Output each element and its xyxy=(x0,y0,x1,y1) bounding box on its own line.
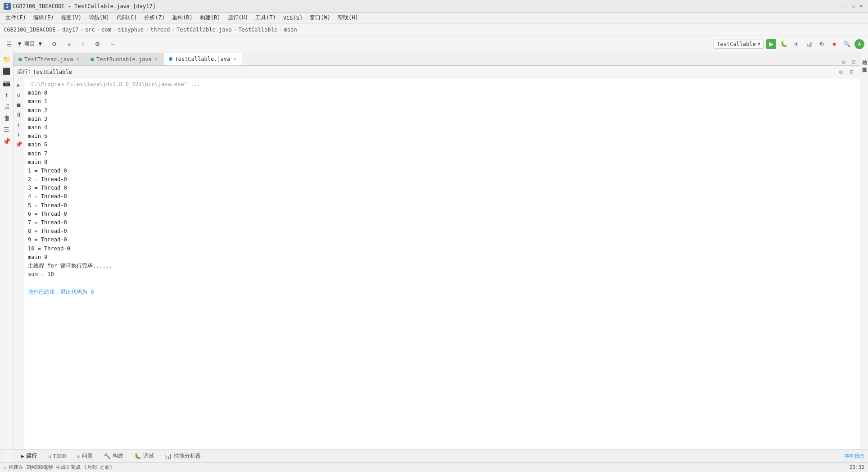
toolbar-settings-icon[interactable]: ⚙ xyxy=(48,40,60,49)
menu-navigate[interactable]: 导航(N) xyxy=(85,13,113,23)
console-area: "C:\Program Files\Java\jdk1.8.0_221\bin\… xyxy=(24,78,860,449)
sidebar-icon-4[interactable]: ↑ xyxy=(1,89,12,100)
menu-help[interactable]: 帮助(H) xyxy=(334,13,362,23)
user-avatar[interactable]: A xyxy=(854,39,864,49)
breadcrumb-class[interactable]: TestCallable xyxy=(238,27,277,33)
bottom-tab-debug[interactable]: 🐛 调试 xyxy=(132,451,156,461)
breadcrumb-thread[interactable]: thread xyxy=(150,27,170,33)
menu-view[interactable]: 视图(V) xyxy=(57,13,85,23)
debug-button[interactable]: 🐛 xyxy=(779,39,789,49)
menu-file[interactable]: 文件(F) xyxy=(2,13,30,23)
toolbar-align-icon[interactable]: ≡ xyxy=(64,40,74,49)
play-button[interactable]: ▶ xyxy=(14,80,23,89)
tab-close-testcallable[interactable]: ✕ xyxy=(232,56,237,63)
run-area: ▶ ↺ ■ ⏸ ↓ ↕ 📌 "C:\Program Files\Java\jdk… xyxy=(14,78,860,449)
search-icon-button[interactable]: 🔍 xyxy=(842,39,852,49)
menu-edit[interactable]: 编辑(E) xyxy=(30,13,58,23)
scroll-to-end-button[interactable]: ↕ xyxy=(14,130,23,139)
far-right-panel: 结构 收藏夹 xyxy=(860,52,868,449)
maximize-button[interactable]: □ xyxy=(850,3,856,9)
sync-button[interactable]: ↻ xyxy=(817,39,827,49)
sidebar-icon-8[interactable]: 📌 xyxy=(1,136,12,147)
tab-close-testrunnable[interactable]: ✕ xyxy=(154,56,159,63)
breadcrumb-project[interactable]: CGB2106_IDEACODE xyxy=(4,27,56,33)
bottom-tab-problems[interactable]: ⚠ 问题 xyxy=(75,451,95,461)
toolbar-sort-icon[interactable]: ↕ xyxy=(78,40,88,49)
action-toolbar: ☰ ▼ 项目 ▼ ⚙ ≡ ↕ ⚙ − TestCallable ▼ ▶ 🐛 ⛨ … xyxy=(0,36,868,52)
sidebar-icon-5[interactable]: 🖨 xyxy=(1,101,12,112)
bottom-left-area xyxy=(4,450,12,462)
console-line-blank xyxy=(28,279,856,287)
close-button[interactable]: ✕ xyxy=(858,3,864,9)
toolbar-minus-icon[interactable]: − xyxy=(107,40,118,49)
console-line-thread9: 9 = Thread-0 xyxy=(28,236,856,244)
minimize-button[interactable]: ─ xyxy=(842,3,848,9)
menu-analyze[interactable]: 分析(Z) xyxy=(140,13,168,23)
sidebar-icon-project[interactable]: ☰ xyxy=(4,39,14,50)
right-label-bookmarks[interactable]: 收藏夹 xyxy=(860,61,868,65)
tab-label-testrunnable: TestRunnable.java xyxy=(96,56,152,63)
title-bar: I CGB2106_IDEACODE - TestCallable.java [… xyxy=(0,0,868,13)
status-bar-left: ⚠ 构建在 2秒698毫秒 中成功完成 (片刻 之前) xyxy=(4,464,113,471)
status-bar: ⚠ 构建在 2秒698毫秒 中成功完成 (片刻 之前) 23:32 xyxy=(0,462,868,472)
pin-button[interactable]: 📌 xyxy=(14,140,23,149)
bottom-tab-todo[interactable]: ☑ TODO xyxy=(46,452,68,460)
breadcrumb-method[interactable]: main xyxy=(284,27,297,33)
sidebar-icon-7[interactable]: ☰ xyxy=(1,124,12,135)
build-tab-label: 构建 xyxy=(113,452,123,460)
tab-testcallable[interactable]: TestCallable.java ✕ xyxy=(164,53,242,65)
sidebar-icon-1[interactable]: 📁 xyxy=(1,54,12,65)
run-config-dropdown[interactable]: TestCallable ▼ xyxy=(714,40,764,49)
window-controls[interactable]: ─ □ ✕ xyxy=(842,3,864,9)
status-build-text: 构建在 2秒698毫秒 中成功完成 (片刻 之前) xyxy=(9,464,113,471)
tab-close-testthread[interactable]: ✕ xyxy=(75,56,80,63)
console-line-thread5: 5 = Thread-0 xyxy=(28,201,856,210)
resume-button[interactable]: ⏸ xyxy=(14,110,23,119)
menu-code[interactable]: 代码(C) xyxy=(113,13,141,23)
menu-run[interactable]: 运行(U) xyxy=(224,13,252,23)
tab-dot-testthread xyxy=(18,58,22,61)
breadcrumb-sisyphus[interactable]: sisyphus xyxy=(118,27,144,33)
sidebar-icon-3[interactable]: 📷 xyxy=(1,77,12,88)
step-over-button[interactable]: ↓ xyxy=(14,120,23,129)
tab-split-icon[interactable]: ⊟ xyxy=(850,59,857,65)
tab-testrunnable[interactable]: TestRunnable.java ✕ xyxy=(86,53,163,65)
bottom-tab-bar-right: 事件日志 xyxy=(845,453,864,459)
breadcrumb-src[interactable]: src xyxy=(85,27,95,33)
stop-button[interactable]: ■ xyxy=(829,39,839,49)
menu-window[interactable]: 窗口(W) xyxy=(306,13,334,23)
coverage-button[interactable]: ⛨ xyxy=(791,39,801,49)
breadcrumb-file[interactable]: TestCallable.java xyxy=(176,27,232,33)
run-panel-settings-icon[interactable]: ⚙ xyxy=(836,68,845,77)
tab-settings-icon[interactable]: ⚙ xyxy=(840,59,847,65)
bottom-tab-run[interactable]: ▶ 运行 xyxy=(19,451,39,461)
right-label-structure[interactable]: 结构 xyxy=(860,54,868,58)
tab-testthread[interactable]: TestThread.java ✕ xyxy=(14,53,85,65)
event-log-link[interactable]: 事件日志 xyxy=(845,453,864,459)
menu-build[interactable]: 构建(B) xyxy=(196,13,224,23)
breadcrumb-day17[interactable]: day17 xyxy=(62,27,78,33)
sidebar-icon-2[interactable]: ⬛ xyxy=(1,66,12,77)
problems-tab-icon: ⚠ xyxy=(77,453,81,459)
project-dropdown-label: ▼ 项目 ▼ xyxy=(18,40,42,48)
bottom-tab-bar: ▶ 运行 ☑ TODO ⚠ 问题 🔨 构建 🐛 调试 📊 性能分析器 事件日志 xyxy=(0,449,868,462)
bottom-tab-build[interactable]: 🔨 构建 xyxy=(102,451,125,461)
sidebar-icon-6[interactable]: 🗑 xyxy=(1,113,12,123)
run-button[interactable]: ▶ xyxy=(766,39,776,49)
menu-refactor[interactable]: 重构(B) xyxy=(168,13,196,23)
console-line-thread6: 6 = Thread-0 xyxy=(28,210,856,218)
menu-vcs[interactable]: VCS(S) xyxy=(280,14,306,22)
rerun-button[interactable]: ↺ xyxy=(14,90,23,99)
stop-ctrl-button[interactable]: ■ xyxy=(14,100,23,109)
menu-tools[interactable]: 工具(T) xyxy=(252,13,280,23)
profile-button[interactable]: 📊 xyxy=(804,39,814,49)
run-panel-external-icon[interactable]: ⊡ xyxy=(847,68,856,77)
breadcrumb-bar: CGB2106_IDEACODE › day17 › src › com › s… xyxy=(0,23,868,36)
console-line-thread1: 1 = Thread-0 xyxy=(28,167,856,175)
bottom-tab-profiler[interactable]: 📊 性能分析器 xyxy=(163,451,203,461)
breadcrumb-com[interactable]: com xyxy=(101,27,111,33)
project-dropdown[interactable]: ▼ 项目 ▼ xyxy=(15,39,45,49)
toolbar-gear2-icon[interactable]: ⚙ xyxy=(91,40,104,49)
console-line-thread7: 7 = Thread-0 xyxy=(28,218,856,227)
debug-tab-label: 调试 xyxy=(143,452,154,460)
